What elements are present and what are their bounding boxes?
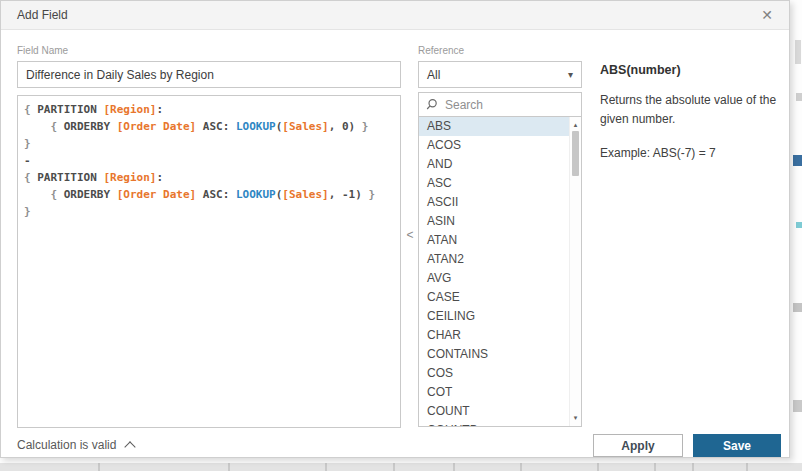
apply-button[interactable]: Apply xyxy=(593,434,683,457)
calculation-status[interactable]: Calculation is valid xyxy=(17,438,134,452)
scrollbar-thumb[interactable] xyxy=(572,131,579,176)
code-line: { ORDERBY [Order Date] ASC: LOOKUP([Sale… xyxy=(24,186,394,203)
function-item[interactable]: COT xyxy=(419,383,569,402)
background-fragment xyxy=(793,155,802,166)
reference-label: Reference xyxy=(418,45,464,56)
background-grid-line xyxy=(453,463,455,471)
collapse-panel-icon[interactable]: < xyxy=(403,227,417,243)
search-icon xyxy=(425,98,438,111)
scroll-up-icon[interactable]: ▴ xyxy=(570,120,581,130)
background-grid-line xyxy=(393,463,395,471)
function-list: ABSACOSANDASCASCIIASINATANATAN2AVGCASECE… xyxy=(418,116,582,427)
background-fragment xyxy=(796,222,802,228)
chevron-up-icon xyxy=(125,441,136,452)
add-field-dialog: Add Field ✕ Field Name { PARTITION [Regi… xyxy=(0,0,790,458)
background-grid-line xyxy=(520,463,522,471)
close-icon[interactable]: ✕ xyxy=(759,6,775,24)
code-line: } xyxy=(24,203,394,220)
function-item[interactable]: ATAN2 xyxy=(419,250,569,269)
code-line: - xyxy=(24,152,394,169)
scroll-down-icon[interactable]: ▾ xyxy=(570,413,581,423)
function-item[interactable]: CEILING xyxy=(419,307,569,326)
function-item[interactable]: ACOS xyxy=(419,136,569,155)
function-item[interactable]: CONTAINS xyxy=(419,345,569,364)
function-item[interactable]: COS xyxy=(419,364,569,383)
field-name-label: Field Name xyxy=(17,45,68,56)
function-item[interactable]: CASE xyxy=(419,288,569,307)
code-line: { PARTITION [Region]: xyxy=(24,101,394,118)
function-item[interactable]: ASIN xyxy=(419,212,569,231)
chevron-down-icon: ▾ xyxy=(568,69,573,80)
background-grid-line xyxy=(692,463,694,471)
function-signature: ABS(number) xyxy=(600,63,794,77)
background-fragment xyxy=(795,40,801,64)
field-name-input[interactable] xyxy=(17,61,401,88)
search-input[interactable] xyxy=(445,98,575,112)
background-fragment xyxy=(793,400,802,412)
background-fragment xyxy=(793,303,802,312)
function-item[interactable]: COUNT xyxy=(419,402,569,421)
function-item[interactable]: AVG xyxy=(419,269,569,288)
background-grid-line xyxy=(98,463,100,471)
calculation-status-text: Calculation is valid xyxy=(17,438,116,452)
code-line: { PARTITION [Region]: xyxy=(24,169,394,186)
screen: Add Field ✕ Field Name { PARTITION [Regi… xyxy=(0,0,802,471)
background-table-band xyxy=(0,463,802,471)
dialog-title: Add Field xyxy=(17,8,68,22)
function-description-panel: ABS(number) Returns the absolute value o… xyxy=(600,63,794,163)
reference-selected-value: All xyxy=(427,68,440,82)
background-grid-line xyxy=(325,463,327,471)
background-grid-line xyxy=(746,463,748,471)
save-button[interactable]: Save xyxy=(693,434,781,457)
reference-dropdown[interactable]: All ▾ xyxy=(418,61,582,88)
code-line: } xyxy=(24,135,394,152)
function-item[interactable]: COUNTD xyxy=(419,421,569,427)
function-item[interactable]: ATAN xyxy=(419,231,569,250)
code-line: { ORDERBY [Order Date] ASC: LOOKUP([Sale… xyxy=(24,118,394,135)
dialog-header: Add Field ✕ xyxy=(1,1,789,30)
function-list-scrollbar[interactable]: ▴ ▾ xyxy=(569,117,581,426)
function-search[interactable] xyxy=(418,92,582,117)
function-item[interactable]: ASCII xyxy=(419,193,569,212)
background-fragment xyxy=(796,93,802,101)
function-item[interactable]: ABS xyxy=(419,117,569,136)
function-description: Returns the absolute value of the given … xyxy=(600,91,794,129)
background-grid-line xyxy=(228,463,230,471)
function-item[interactable]: AND xyxy=(419,155,569,174)
function-example: Example: ABS(-7) = 7 xyxy=(600,144,794,163)
function-item[interactable]: ASC xyxy=(419,174,569,193)
calculation-editor[interactable]: { PARTITION [Region]: { ORDERBY [Order D… xyxy=(17,95,401,428)
background-grid-line xyxy=(597,463,599,471)
background-grid-line xyxy=(654,463,656,471)
function-item[interactable]: CHAR xyxy=(419,326,569,345)
